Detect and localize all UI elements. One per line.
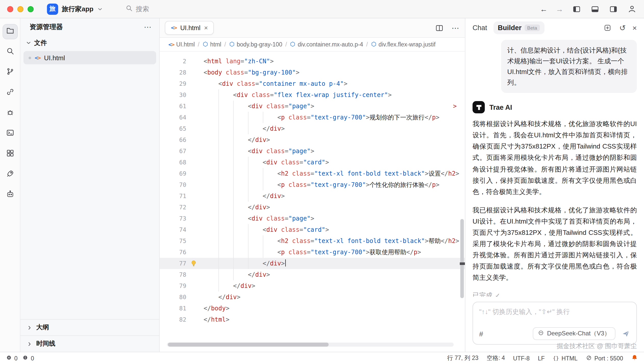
code-text[interactable]: <p class="text-gray-700">个性化你的旅行体验</p> — [201, 179, 465, 190]
line-number[interactable]: 78 — [160, 269, 186, 280]
send-icon[interactable] — [622, 329, 630, 338]
line-number[interactable]: 75 — [160, 235, 186, 247]
context-hash-button[interactable]: # — [479, 330, 483, 338]
code-line-72[interactable]: 72 </div> — [160, 202, 465, 213]
toggle-left-sidebar-icon[interactable] — [572, 4, 582, 14]
code-text[interactable]: </body> — [201, 303, 465, 314]
problems-indicator[interactable]: 0 0 — [6, 355, 34, 361]
code-line-67[interactable]: 67 <div class="page"> — [160, 145, 465, 157]
line-number[interactable]: 73 — [160, 213, 186, 224]
line-number[interactable]: 65 — [160, 123, 186, 134]
code-line-78[interactable]: 78 </div> — [160, 269, 465, 280]
code-text[interactable]: <body class="bg-gray-100"> — [201, 67, 465, 78]
toggle-bottom-panel-icon[interactable] — [590, 4, 600, 14]
global-search-button[interactable]: 搜索 — [126, 4, 149, 14]
indentation[interactable]: 空格: 4 — [487, 354, 505, 362]
code-text[interactable]: <p class="text-gray-700">规划你的下一次旅行</p> — [201, 112, 465, 123]
line-number[interactable]: 61 — [160, 101, 186, 112]
toggle-right-sidebar-icon[interactable] — [608, 4, 618, 14]
language-mode[interactable]: {} HTML — [553, 355, 578, 361]
split-editor-icon[interactable] — [434, 23, 444, 33]
chat-input-box[interactable]: "↑↓" 切换历史输入，"⇧↵" 换行 # DeepSeek-Chat（V3） — [473, 302, 637, 345]
code-text[interactable]: </div> — [201, 202, 465, 213]
code-line-71[interactable]: 71 </div> — [160, 190, 465, 202]
timeline-section-header[interactable]: 时间线 — [20, 335, 159, 352]
nav-back-button[interactable]: ← — [540, 5, 548, 13]
code-line-2[interactable]: 2<html lang="zh-CN"> — [160, 56, 465, 67]
file-item-ui-html[interactable]: <> UI.html — [23, 51, 156, 64]
line-number[interactable]: 30 — [160, 89, 186, 101]
code-line-82[interactable]: 82</html> — [160, 314, 465, 325]
code-text[interactable]: </div> — [201, 123, 465, 134]
code-text[interactable]: <div class="flex flex-wrap justify-cente… — [201, 89, 465, 101]
code-line-64[interactable]: 64 <p class="text-gray-700">规划你的下一次旅行</p… — [160, 112, 465, 123]
code-text[interactable]: <p class="text-gray-700">获取使用帮助</p> — [201, 247, 465, 258]
outline-section-header[interactable]: 大纲 — [20, 319, 159, 335]
tab-builder[interactable]: Builder Beta — [493, 21, 544, 34]
code-text[interactable]: <div class="page"> — [201, 213, 465, 224]
activity-source-control-button[interactable] — [3, 65, 17, 80]
line-number[interactable]: 82 — [160, 314, 186, 325]
code-line-73[interactable]: 73 <div class="page"> — [160, 213, 465, 224]
code-area[interactable]: 2<html lang="zh-CN">28<body class="bg-gr… — [160, 52, 465, 352]
line-number[interactable]: 28 — [160, 67, 186, 78]
code-text[interactable]: <div class="container mx-auto p-4"> — [201, 78, 465, 89]
code-text[interactable]: <div class="card"> — [201, 157, 465, 168]
activity-terminal-button[interactable] — [3, 127, 17, 141]
code-line-75[interactable]: 75 <h2 class="text-xl font-bold text-bla… — [160, 235, 465, 247]
code-line-79[interactable]: 79 </div> — [160, 280, 465, 292]
breadcrumb-item[interactable]: <>UI.html — [168, 41, 195, 48]
line-number[interactable]: 80 — [160, 292, 186, 303]
model-selector[interactable]: DeepSeek-Chat（V3） — [533, 327, 615, 340]
code-line-29[interactable]: 29 <div class="container mx-auto p-4"> — [160, 78, 465, 89]
live-server-port[interactable]: Port : 5500 — [586, 355, 623, 362]
line-number[interactable]: 68 — [160, 157, 186, 168]
line-number[interactable]: 79 — [160, 280, 186, 292]
breadcrumb-item[interactable]: html — [203, 41, 221, 48]
vertical-scrollbar-thumb[interactable] — [460, 219, 464, 298]
code-text[interactable]: <h2 class="text-xl font-bold text-black"… — [201, 168, 465, 179]
code-line-80[interactable]: 80 </div> — [160, 292, 465, 303]
activity-launch-button[interactable] — [3, 167, 17, 182]
history-icon[interactable]: ↺ — [619, 24, 626, 31]
chat-input[interactable]: "↑↓" 切换历史输入，"⇧↵" 换行 — [479, 307, 630, 327]
activity-explorer-button[interactable] — [3, 25, 17, 39]
code-text[interactable]: </div> — [201, 292, 465, 303]
code-text[interactable]: </div> — [201, 134, 465, 145]
line-number[interactable]: 72 — [160, 202, 186, 213]
line-number[interactable]: 64 — [160, 112, 186, 123]
code-text[interactable]: </html> — [201, 314, 465, 325]
line-number[interactable]: 66 — [160, 134, 186, 145]
code-text[interactable]: </div> — [201, 190, 465, 202]
line-number[interactable]: 29 — [160, 78, 186, 89]
code-line-74[interactable]: 74 <div class="card"> — [160, 224, 465, 235]
notifications-bell[interactable] — [631, 354, 638, 362]
line-number[interactable]: 77 — [160, 258, 186, 269]
code-line-61[interactable]: 61 <div class="page">> — [160, 101, 465, 112]
code-text[interactable]: </div> — [201, 280, 465, 292]
breadcrumb-item[interactable]: div.container.mx-auto.p-4 — [290, 41, 363, 48]
code-line-30[interactable]: 30 <div class="flex flex-wrap justify-ce… — [160, 89, 465, 101]
code-text[interactable]: </div> — [201, 269, 465, 280]
account-icon[interactable] — [627, 4, 637, 14]
code-text[interactable]: <h2 class="text-xl font-bold text-black"… — [201, 235, 465, 247]
code-text[interactable]: </div> — [201, 258, 465, 269]
editor-more-icon[interactable]: ⋯ — [452, 23, 460, 32]
code-line-77[interactable]: 77 </div> — [160, 258, 465, 269]
window-zoom-button[interactable] — [28, 6, 34, 12]
breadcrumb-item[interactable]: body.bg-gray-100 — [229, 41, 282, 48]
activity-references-button[interactable] — [3, 86, 17, 100]
quick-fix-lightbulb-icon[interactable] — [186, 258, 201, 269]
line-number[interactable]: 74 — [160, 224, 186, 235]
window-minimize-button[interactable] — [17, 6, 23, 12]
encoding[interactable]: UTF-8 — [513, 355, 530, 361]
code-line-70[interactable]: 70 <p class="text-gray-700">个性化你的旅行体验</p… — [160, 179, 465, 190]
cursor-position[interactable]: 行 77, 列 23 — [447, 354, 478, 362]
activity-ai-assistant-button[interactable] — [3, 188, 17, 202]
line-number[interactable]: 69 — [160, 168, 186, 179]
new-chat-icon[interactable] — [602, 22, 613, 33]
line-number[interactable]: 67 — [160, 145, 186, 157]
horizontal-scrollbar[interactable] — [167, 343, 454, 347]
code-text[interactable]: <html lang="zh-CN"> — [201, 56, 465, 67]
code-line-76[interactable]: 76 <p class="text-gray-700">获取使用帮助</p> — [160, 247, 465, 258]
